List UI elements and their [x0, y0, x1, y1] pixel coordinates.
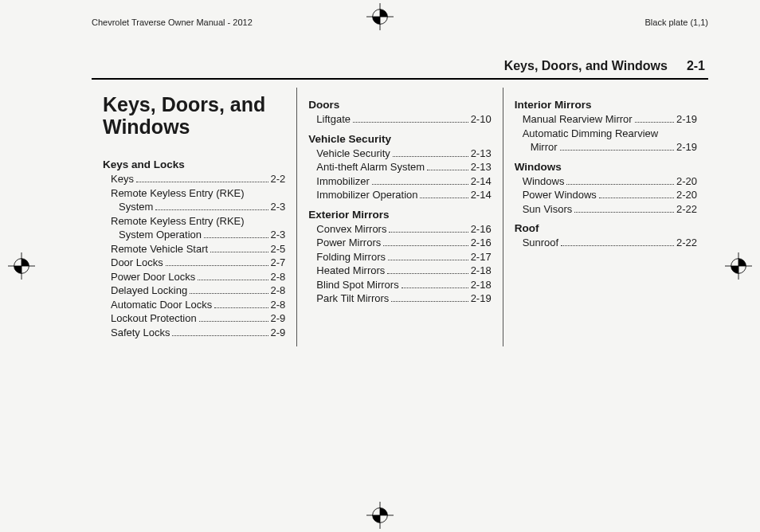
toc-entry-page: 2-3	[271, 200, 286, 214]
toc-section-title: Vehicle Security	[308, 133, 491, 145]
toc-entry: Safety Locks2-9	[103, 326, 285, 340]
toc-entry-page: 2-19	[676, 112, 697, 127]
toc-entry-label: Immobilizer Operation	[316, 188, 417, 202]
toc-leader-dots	[210, 245, 268, 252]
column-2: DoorsLiftgate2-10Vehicle SecurityVehicle…	[296, 88, 502, 346]
toc-entry-label: Folding Mirrors	[316, 250, 386, 264]
header-rule	[92, 78, 708, 80]
toc-entry-label: Keys	[111, 172, 134, 186]
toc-entry: Automatic Door Locks2-8	[103, 298, 285, 312]
toc-entry-page: 2-18	[471, 278, 492, 292]
toc-leader-dots	[383, 239, 468, 246]
running-header: Keys, Doors, and Windows 2-1	[92, 59, 708, 73]
toc-entry-page: 2-2	[271, 172, 286, 186]
toc-entry-label: Blind Spot Mirrors	[316, 278, 398, 292]
toc-leader-dots	[561, 239, 674, 246]
toc-entry-page: 2-17	[471, 250, 492, 264]
toc-section-title: Keys and Locks	[103, 158, 285, 170]
toc-leader-dots	[372, 178, 468, 185]
toc-leader-dots	[214, 301, 268, 308]
toc-entry-label: Manual Rearview Mirror	[523, 112, 633, 127]
toc-entry-page: 2-22	[676, 236, 697, 250]
toc-entry: Sunroof2-22	[515, 236, 697, 250]
toc-entry-label: Remote Vehicle Start	[111, 242, 208, 256]
toc-entry-label: Remote Keyless Entry (RKE)	[111, 186, 245, 201]
toc-section-title: Doors	[308, 99, 491, 111]
toc-entry-label: Vehicle Security	[316, 147, 390, 161]
toc-entry: Liftgate2-10	[308, 112, 491, 127]
toc-entry-page: 2-3	[271, 228, 286, 242]
toc-leader-dots	[391, 295, 468, 302]
toc-entry-label: Sun Visors	[523, 202, 573, 217]
toc-entry-continuation: System Operation2-3	[103, 228, 285, 242]
toc-entry-continuation: System2-3	[103, 200, 285, 214]
toc-entry-label: Automatic Door Locks	[111, 298, 212, 312]
toc-leader-dots	[198, 273, 268, 280]
toc-leader-dots	[387, 267, 468, 274]
toc-section-title: Roof	[515, 222, 697, 234]
page-number: 2-1	[687, 59, 705, 73]
toc-entry: Door Locks2-7	[103, 256, 285, 270]
toc-entry: Lockout Protection2-9	[103, 311, 285, 326]
toc-entry: Keys2-2	[103, 172, 285, 186]
toc-section: DoorsLiftgate2-10	[308, 99, 491, 127]
column-1: Keys, Doors, and Windows Keys and LocksK…	[92, 88, 296, 346]
toc-entry: Remote Vehicle Start2-5	[103, 242, 285, 256]
toc-entry-label: Anti-theft Alarm System	[316, 160, 425, 174]
toc-leader-dots	[574, 205, 674, 213]
plate-info: Black plate (1,1)	[645, 18, 708, 27]
toc-entry-page: 2-13	[471, 160, 492, 174]
toc-entry-label: Safety Locks	[111, 326, 170, 340]
toc-section-title: Interior Mirrors	[515, 99, 697, 111]
toc-section: Interior MirrorsManual Rearview Mirror2-…	[515, 99, 697, 155]
toc-leader-dots	[172, 329, 268, 336]
toc-entry-page: 2-5	[271, 242, 286, 256]
toc-entry-page: 2-22	[676, 202, 697, 217]
toc-section: WindowsWindows2-20Power Windows2-20Sun V…	[515, 161, 697, 217]
toc-entry-label: Remote Keyless Entry (RKE)	[111, 214, 245, 229]
toc-leader-dots	[599, 191, 674, 198]
toc-entry-label: Sunroof	[523, 236, 559, 250]
toc-entry-page: 2-9	[271, 311, 286, 326]
toc-entry-label: Windows	[523, 174, 565, 189]
toc-entry-label: Power Windows	[523, 188, 597, 202]
toc-entry-page: 2-20	[676, 174, 697, 189]
toc-entry: Sun Visors2-22	[515, 202, 697, 217]
toc-entry-label: Immobilizer	[316, 174, 369, 189]
toc-leader-dots	[393, 149, 468, 156]
toc-entry: Delayed Locking2-8	[103, 284, 285, 298]
toc-leader-dots	[560, 143, 674, 151]
toc-leader-dots	[635, 115, 674, 123]
toc-entry-label: Lockout Protection	[111, 311, 197, 326]
toc-entry-page: 2-8	[271, 270, 286, 284]
toc-entry-page: 2-8	[271, 298, 286, 312]
toc-entry: Automatic Dimming Rearview	[515, 127, 697, 141]
toc-entry-label: Door Locks	[111, 256, 163, 270]
toc-leader-dots	[166, 259, 268, 266]
toc-entry-page: 2-18	[471, 264, 492, 278]
toc-entry-page: 2-16	[471, 222, 492, 237]
toc-entry-page: 2-14	[471, 174, 492, 189]
toc-entry-page: 2-19	[471, 291, 492, 306]
toc-entry: Folding Mirrors2-17	[308, 250, 491, 264]
page-container: Chevrolet Traverse Owner Manual - 2012 B…	[0, 0, 760, 532]
toc-entry-page: 2-19	[676, 140, 697, 155]
toc-leader-dots	[155, 203, 268, 210]
toc-leader-dots	[402, 281, 468, 288]
toc-entry-label: Power Mirrors	[316, 236, 381, 250]
toc-entry-label: System	[119, 200, 153, 214]
chapter-title: Keys, Doors, and Windows	[103, 94, 285, 138]
toc-section-title: Exterior Mirrors	[308, 209, 491, 221]
toc-leader-dots	[420, 191, 468, 198]
column-3: Interior MirrorsManual Rearview Mirror2-…	[503, 88, 708, 346]
toc-leader-dots	[566, 178, 674, 185]
toc-entry-label: Convex Mirrors	[316, 222, 386, 237]
section-heading: Keys, Doors, and Windows	[504, 59, 668, 73]
toc-entry-continuation: Mirror2-19	[515, 140, 697, 155]
toc-leader-dots	[353, 115, 468, 123]
toc-leader-dots	[389, 225, 468, 233]
toc-entry-page: 2-13	[471, 147, 492, 161]
toc-entry-label: Automatic Dimming Rearview	[523, 127, 659, 141]
toc-entry-label: Park Tilt Mirrors	[316, 291, 389, 306]
toc-leader-dots	[388, 253, 468, 260]
